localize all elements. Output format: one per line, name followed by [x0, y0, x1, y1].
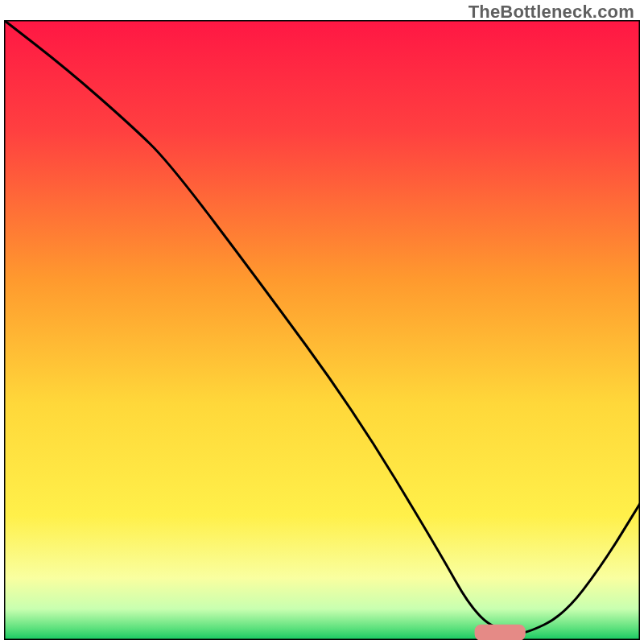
chart-container: TheBottleneck.com: [0, 0, 644, 644]
gradient-background: [4, 20, 640, 640]
chart-svg: [4, 20, 640, 640]
marker-pill: [475, 625, 526, 640]
plot-area: [4, 20, 640, 640]
